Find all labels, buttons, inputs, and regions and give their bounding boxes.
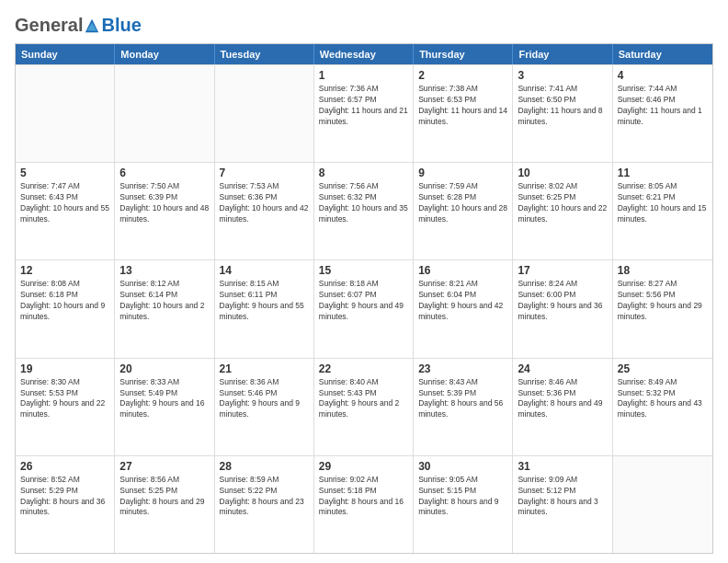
logo-icon [84,17,100,34]
day-number: 4 [618,69,708,82]
day-number: 5 [20,167,109,179]
day-number: 9 [418,167,507,179]
day-cell-23: 23Sunrise: 8:43 AMSunset: 5:39 PMDayligh… [414,359,513,455]
weekday-header-friday: Friday [513,44,612,64]
cell-info: Sunrise: 8:30 AMSunset: 5:53 PMDaylight:… [20,377,109,421]
cell-info: Sunrise: 8:05 AMSunset: 6:21 PMDaylight:… [618,181,708,225]
cell-info: Sunrise: 8:02 AMSunset: 6:25 PMDaylight:… [518,181,607,225]
logo-general-text: General [15,15,83,36]
day-number: 28 [220,460,309,473]
cell-info: Sunrise: 8:27 AMSunset: 5:56 PMDaylight:… [618,279,708,323]
cell-info: Sunrise: 8:56 AMSunset: 5:25 PMDaylight:… [119,475,209,519]
cell-info: Sunrise: 8:08 AMSunset: 6:18 PMDaylight:… [20,279,109,323]
logo-blue-text: Blue [101,15,141,36]
day-cell-24: 24Sunrise: 8:46 AMSunset: 5:36 PMDayligh… [513,359,612,455]
day-number: 18 [618,264,708,277]
cell-info: Sunrise: 9:02 AMSunset: 5:18 PMDaylight:… [319,475,408,519]
header: General Blue [15,15,713,36]
cell-info: Sunrise: 8:24 AMSunset: 6:00 PMDaylight:… [518,279,607,323]
cell-info: Sunrise: 8:21 AMSunset: 6:04 PMDaylight:… [418,279,507,323]
day-cell-9: 9Sunrise: 7:59 AMSunset: 6:28 PMDaylight… [414,163,513,259]
calendar: SundayMondayTuesdayWednesdayThursdayFrid… [15,43,713,554]
day-cell-20: 20Sunrise: 8:33 AMSunset: 5:49 PMDayligh… [115,359,214,455]
cell-info: Sunrise: 7:59 AMSunset: 6:28 PMDaylight:… [418,181,507,225]
cell-info: Sunrise: 9:09 AMSunset: 5:12 PMDaylight:… [518,475,607,519]
day-number: 26 [20,460,109,473]
day-number: 20 [119,362,209,375]
day-number: 27 [119,460,209,473]
empty-cell [215,65,314,162]
day-number: 2 [418,69,507,82]
day-cell-27: 27Sunrise: 8:56 AMSunset: 5:25 PMDayligh… [115,456,214,553]
calendar-row-2: 12Sunrise: 8:08 AMSunset: 6:18 PMDayligh… [16,259,712,357]
day-cell-11: 11Sunrise: 8:05 AMSunset: 6:21 PMDayligh… [613,163,712,259]
day-number: 11 [618,167,708,179]
day-number: 3 [518,69,607,82]
weekday-header-thursday: Thursday [414,44,513,64]
cell-info: Sunrise: 8:49 AMSunset: 5:32 PMDaylight:… [618,377,708,421]
logo: General Blue [15,15,142,36]
day-cell-26: 26Sunrise: 8:52 AMSunset: 5:29 PMDayligh… [16,456,115,553]
day-number: 6 [119,167,209,179]
calendar-row-1: 5Sunrise: 7:47 AMSunset: 6:43 PMDaylight… [16,162,712,259]
day-cell-3: 3Sunrise: 7:41 AMSunset: 6:50 PMDaylight… [513,65,612,162]
weekday-header-tuesday: Tuesday [215,44,314,64]
cell-info: Sunrise: 8:15 AMSunset: 6:11 PMDaylight:… [220,279,309,323]
calendar-row-3: 19Sunrise: 8:30 AMSunset: 5:53 PMDayligh… [16,358,712,455]
day-number: 17 [518,264,607,277]
day-number: 12 [20,264,109,277]
day-number: 21 [220,362,309,375]
day-cell-7: 7Sunrise: 7:53 AMSunset: 6:36 PMDaylight… [215,163,314,259]
empty-cell [115,65,214,162]
day-cell-25: 25Sunrise: 8:49 AMSunset: 5:32 PMDayligh… [613,359,712,455]
day-number: 25 [618,362,708,375]
day-number: 8 [319,167,408,179]
calendar-row-4: 26Sunrise: 8:52 AMSunset: 5:29 PMDayligh… [16,455,712,553]
day-cell-6: 6Sunrise: 7:50 AMSunset: 6:39 PMDaylight… [115,163,214,259]
day-number: 30 [418,460,507,473]
day-cell-18: 18Sunrise: 8:27 AMSunset: 5:56 PMDayligh… [613,260,712,357]
cell-info: Sunrise: 7:38 AMSunset: 6:53 PMDaylight:… [418,84,507,128]
cell-info: Sunrise: 8:36 AMSunset: 5:46 PMDaylight:… [220,377,309,421]
cell-info: Sunrise: 7:44 AMSunset: 6:46 PMDaylight:… [618,84,708,128]
day-cell-12: 12Sunrise: 8:08 AMSunset: 6:18 PMDayligh… [16,260,115,357]
calendar-row-0: 1Sunrise: 7:36 AMSunset: 6:57 PMDaylight… [16,64,712,162]
weekday-header-saturday: Saturday [613,44,712,64]
day-cell-5: 5Sunrise: 7:47 AMSunset: 6:43 PMDaylight… [16,163,115,259]
day-number: 31 [518,460,607,473]
weekday-header-sunday: Sunday [16,44,115,64]
day-cell-14: 14Sunrise: 8:15 AMSunset: 6:11 PMDayligh… [215,260,314,357]
calendar-body: 1Sunrise: 7:36 AMSunset: 6:57 PMDaylight… [16,64,712,553]
day-number: 7 [220,167,309,179]
day-number: 1 [319,69,408,82]
cell-info: Sunrise: 9:05 AMSunset: 5:15 PMDaylight:… [418,475,507,519]
calendar-header: SundayMondayTuesdayWednesdayThursdayFrid… [16,44,712,64]
day-cell-8: 8Sunrise: 7:56 AMSunset: 6:32 PMDaylight… [314,163,414,259]
day-cell-16: 16Sunrise: 8:21 AMSunset: 6:04 PMDayligh… [414,260,513,357]
cell-info: Sunrise: 8:59 AMSunset: 5:22 PMDaylight:… [220,475,309,519]
day-number: 15 [319,264,408,277]
day-cell-22: 22Sunrise: 8:40 AMSunset: 5:43 PMDayligh… [314,359,414,455]
cell-info: Sunrise: 8:18 AMSunset: 6:07 PMDaylight:… [319,279,408,323]
day-number: 29 [319,460,408,473]
empty-cell [16,65,115,162]
day-cell-15: 15Sunrise: 8:18 AMSunset: 6:07 PMDayligh… [314,260,414,357]
day-number: 19 [20,362,109,375]
cell-info: Sunrise: 8:33 AMSunset: 5:49 PMDaylight:… [119,377,209,421]
day-cell-2: 2Sunrise: 7:38 AMSunset: 6:53 PMDaylight… [414,65,513,162]
day-cell-4: 4Sunrise: 7:44 AMSunset: 6:46 PMDaylight… [613,65,712,162]
day-cell-21: 21Sunrise: 8:36 AMSunset: 5:46 PMDayligh… [215,359,314,455]
day-number: 23 [418,362,507,375]
day-cell-17: 17Sunrise: 8:24 AMSunset: 6:00 PMDayligh… [513,260,612,357]
day-cell-31: 31Sunrise: 9:09 AMSunset: 5:12 PMDayligh… [513,456,612,553]
cell-info: Sunrise: 7:50 AMSunset: 6:39 PMDaylight:… [119,181,209,225]
day-cell-29: 29Sunrise: 9:02 AMSunset: 5:18 PMDayligh… [314,456,414,553]
weekday-header-monday: Monday [115,44,214,64]
cell-info: Sunrise: 8:12 AMSunset: 6:14 PMDaylight:… [119,279,209,323]
cell-info: Sunrise: 7:53 AMSunset: 6:36 PMDaylight:… [220,181,309,225]
day-cell-1: 1Sunrise: 7:36 AMSunset: 6:57 PMDaylight… [314,65,414,162]
day-number: 16 [418,264,507,277]
cell-info: Sunrise: 8:40 AMSunset: 5:43 PMDaylight:… [319,377,408,421]
empty-cell [613,456,712,553]
day-number: 14 [220,264,309,277]
